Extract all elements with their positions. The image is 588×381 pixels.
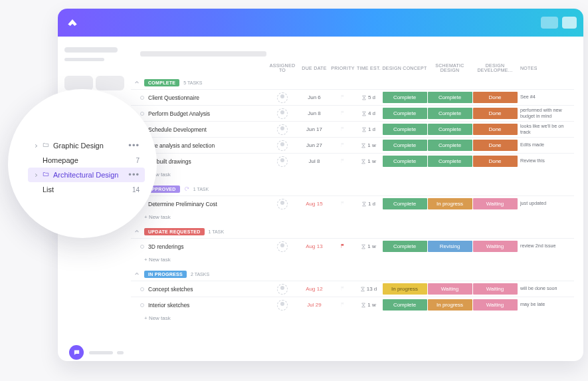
due-date[interactable]: Aug 13 [298, 243, 330, 249]
assignee-avatar[interactable] [277, 124, 288, 135]
status-pill[interactable]: Waiting [473, 299, 518, 311]
status-dot-icon[interactable] [140, 96, 144, 100]
status-pill[interactable]: Waiting [428, 283, 472, 295]
status-pill[interactable]: Done [473, 108, 518, 119]
status-tag[interactable]: COMPLETE [144, 79, 179, 86]
priority-cell[interactable] [330, 201, 355, 207]
task-row[interactable]: Site analysis and selection Jun 27 1 w C… [131, 137, 574, 153]
due-date[interactable]: Jul 8 [298, 158, 330, 164]
col-design-concept[interactable]: DESIGN CONCEPT [382, 66, 427, 70]
notes-cell[interactable]: will be done soon [518, 286, 564, 291]
task-row[interactable]: 3D renderings Aug 13 1 w Complete Revisi… [131, 238, 574, 254]
assignee-avatar[interactable] [277, 140, 288, 151]
assignee-avatar[interactable] [277, 199, 288, 209]
left-rail-pill[interactable] [64, 76, 93, 90]
notes-cell[interactable]: performed with new budget in mind [518, 108, 564, 119]
col-notes[interactable]: NOTES [518, 66, 564, 70]
status-dot-icon[interactable] [140, 245, 144, 249]
priority-cell[interactable] [330, 158, 355, 165]
col-assigned[interactable]: ASSIGNED TO [266, 63, 298, 72]
chevron-down-icon[interactable] [134, 80, 140, 86]
due-date[interactable]: Jul 29 [298, 302, 330, 308]
status-pill[interactable]: Done [473, 124, 518, 135]
status-pill[interactable]: Revising [428, 241, 472, 252]
status-tag[interactable]: IN PROGRESS [144, 271, 187, 278]
priority-cell[interactable] [330, 94, 355, 101]
col-design-dev[interactable]: DESIGN DEVELOPME... [472, 63, 518, 72]
status-pill[interactable]: Complete [383, 241, 427, 252]
status-pill[interactable]: Done [473, 140, 518, 151]
priority-cell[interactable] [330, 286, 355, 293]
priority-cell[interactable] [330, 126, 355, 133]
status-pill[interactable]: Complete [428, 92, 472, 103]
status-pill[interactable]: Complete [428, 156, 472, 167]
status-pill[interactable]: Complete [383, 140, 427, 151]
status-pill[interactable]: Complete [383, 198, 427, 209]
time-estimate[interactable]: 1 w [355, 302, 382, 308]
assignee-avatar[interactable] [277, 241, 288, 252]
sidebar-item[interactable]: Graphic Design ••• [28, 138, 145, 153]
assignee-avatar[interactable] [277, 284, 288, 295]
priority-cell[interactable] [330, 302, 355, 309]
window-maximize-button[interactable] [562, 17, 577, 29]
status-pill[interactable]: Waiting [473, 198, 518, 209]
time-estimate[interactable]: 5 d [355, 94, 382, 100]
priority-cell[interactable] [330, 142, 355, 149]
time-estimate[interactable]: 1 w [355, 142, 382, 148]
task-row[interactable]: Determine Preliminary Cost Aug 15 1 d Co… [131, 195, 574, 211]
left-rail-pill[interactable] [96, 76, 124, 90]
group-header[interactable]: APPROVED 1 TASK [131, 183, 574, 195]
due-date[interactable]: Jun 6 [298, 94, 330, 100]
due-date[interactable]: Aug 12 [298, 286, 330, 292]
time-estimate[interactable]: 1 w [355, 243, 382, 249]
status-pill[interactable]: Complete [383, 156, 427, 167]
task-row[interactable]: As-built drawings Jul 8 1 w Complete Com… [131, 153, 574, 169]
status-pill[interactable]: Done [473, 92, 518, 103]
status-pill[interactable]: Complete [383, 92, 427, 103]
notes-cell[interactable]: Edits made [518, 142, 564, 148]
col-schematic[interactable]: SCHEMATIC DESIGN [427, 63, 472, 72]
col-time-est[interactable]: TIME EST. [355, 66, 382, 70]
assignee-avatar[interactable] [277, 156, 288, 167]
status-pill[interactable]: In progress [428, 299, 472, 311]
assignee-avatar[interactable] [277, 108, 288, 119]
time-estimate[interactable]: 1 d [355, 201, 382, 207]
due-date[interactable]: Aug 15 [298, 201, 330, 207]
status-pill[interactable]: Waiting [473, 241, 518, 252]
status-pill[interactable]: In progress [383, 283, 427, 295]
group-header[interactable]: UPDATE REQUESTED 1 TASK [131, 225, 574, 238]
chevron-down-icon[interactable] [134, 229, 140, 235]
due-date[interactable]: Jun 27 [298, 142, 330, 148]
priority-cell[interactable] [330, 110, 355, 117]
assignee-avatar[interactable] [277, 92, 288, 103]
task-row[interactable]: Perform Budget Analysis Jun 8 4 d Comple… [131, 105, 574, 121]
status-dot-icon[interactable] [140, 287, 144, 291]
add-task-button[interactable]: + New task [131, 211, 574, 225]
col-due[interactable]: DUE DATE [298, 66, 330, 70]
notes-cell[interactable]: just updated [518, 201, 564, 206]
notes-cell[interactable]: See #4 [518, 94, 564, 100]
caret-icon[interactable] [33, 143, 39, 148]
status-pill[interactable]: Complete [383, 299, 427, 311]
priority-cell[interactable] [330, 243, 355, 250]
add-task-button[interactable]: + New task [131, 254, 574, 268]
col-priority[interactable]: PRIORITY [330, 66, 355, 70]
status-dot-icon[interactable] [140, 303, 144, 307]
status-dot-icon[interactable] [140, 112, 144, 116]
status-pill[interactable]: Done [473, 156, 518, 167]
add-task-button[interactable]: + New task [131, 169, 574, 183]
status-pill[interactable]: Complete [383, 124, 427, 135]
notes-cell[interactable]: may be late [518, 302, 564, 307]
notes-cell[interactable]: review 2nd issue [518, 243, 564, 249]
status-pill[interactable]: Complete [428, 108, 472, 119]
chevron-down-icon[interactable] [134, 271, 140, 278]
due-date[interactable]: Jun 17 [298, 126, 330, 132]
add-task-button[interactable]: + New task [131, 313, 574, 326]
group-header[interactable]: IN PROGRESS 2 TASKS [131, 268, 574, 281]
time-estimate[interactable]: 4 d [355, 110, 382, 116]
group-header[interactable]: COMPLETE 5 TASKS [131, 76, 574, 89]
caret-icon[interactable] [33, 172, 39, 178]
status-pill[interactable]: Complete [383, 108, 427, 119]
task-row[interactable]: Interior sketches Jul 29 1 w Complete In… [131, 297, 574, 313]
status-pill[interactable]: Complete [428, 140, 472, 151]
